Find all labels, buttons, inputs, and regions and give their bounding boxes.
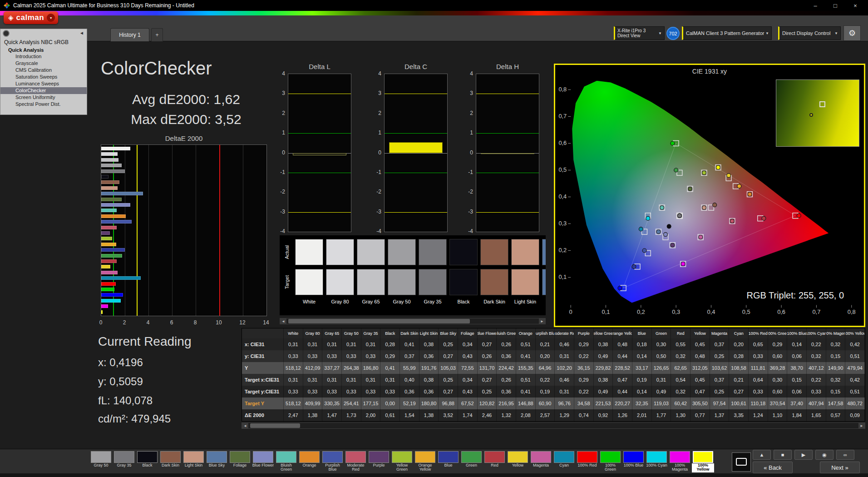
table-scrollbar[interactable]: ◄ ► (242, 422, 865, 429)
sidebar-item-grayscale[interactable]: Grayscale (0, 60, 87, 67)
play-button[interactable]: ▶ (794, 450, 813, 460)
table-cell: 72,55 (458, 362, 478, 374)
logo-menu-caret-icon[interactable]: ▼ (47, 14, 55, 22)
table-cell: 0,31 (284, 338, 303, 350)
pattern-swatch-100-blue[interactable]: 100% Blue (622, 450, 645, 472)
delta-h-title: Delta H (476, 63, 539, 70)
pattern-swatch-cyan[interactable]: Cyan (553, 450, 575, 472)
pattern-swatch-moderate-red[interactable]: Moderate Red (345, 450, 367, 472)
deltae-bar-orange (101, 214, 126, 218)
tab-history-1[interactable]: History 1 (110, 28, 149, 41)
calman-logo-button[interactable]: ◈ calman ▼ (4, 11, 58, 24)
pattern-swatch-light-skin[interactable]: Light Skin (182, 450, 205, 472)
deltae-bar-black (101, 175, 108, 179)
add-tab-button[interactable]: + (151, 28, 163, 41)
stop-button[interactable]: ■ (774, 450, 792, 460)
scrollbar-track[interactable] (248, 423, 858, 428)
deltae-bar-cyan (101, 276, 141, 280)
table-cell: 0,77 (690, 409, 710, 421)
deltae-bar-purplish-blue (101, 220, 132, 224)
pattern-swatch-bluish-green[interactable]: Bluish Green (275, 450, 297, 472)
pattern-swatch-blue[interactable]: Blue (437, 450, 459, 472)
continuous-button[interactable]: ∞ (836, 450, 854, 460)
pattern-swatch-orange[interactable]: Orange (298, 450, 321, 472)
scroll-left-icon[interactable]: ◄ (280, 318, 286, 324)
cie-measured-point (702, 171, 706, 175)
table-cell: 2,00 (361, 409, 381, 421)
display-control-dropdown[interactable]: Direct Display Control ▼ (778, 26, 841, 40)
cie-measured-point (716, 165, 720, 169)
pattern-generator-dropdown[interactable]: CalMAN Client 3 Pattern Generator ▼ (682, 26, 772, 40)
table-cell: 0,34 (458, 338, 478, 350)
pattern-swatch-orange-yellow[interactable]: Orange Yellow (414, 450, 436, 472)
cie-measured-point (762, 216, 766, 220)
pattern-swatch-gray-35[interactable]: Gray 35 (113, 450, 135, 472)
pattern-swatch-purple[interactable]: Purple (368, 450, 390, 472)
pattern-swatch-100-red[interactable]: 100% Red (576, 450, 598, 472)
pattern-swatch-yellow[interactable]: Yellow (507, 450, 529, 472)
sidebar-item-saturation-sweeps[interactable]: Saturation Sweeps (0, 74, 87, 80)
scroll-right-icon[interactable]: ► (858, 423, 865, 428)
tree-root-quick-analysis[interactable]: Quick Analysis (0, 47, 87, 53)
up-button[interactable]: ▲ (753, 450, 771, 460)
sidebar-item-screen-uniformity[interactable]: Screen Uniformity (0, 94, 87, 101)
sidebar-item-luminance-sweeps[interactable]: Luminance Sweeps (0, 80, 87, 87)
pattern-swatch-red[interactable]: Red (483, 450, 506, 472)
next-button[interactable]: Next » (820, 462, 860, 473)
scrollbar-thumb[interactable] (288, 319, 470, 323)
sidebar-item-cms-calibration[interactable]: CMS Calibration (0, 67, 87, 74)
pattern-label: 100% Green (599, 463, 621, 472)
pattern-swatch-black[interactable]: Black (136, 450, 158, 472)
table-cell: 479,94 (845, 362, 865, 374)
pattern-swatch-100-green[interactable]: 100% Green (599, 450, 621, 472)
y-tick-label: 2 (463, 110, 473, 116)
workflow-menu-button[interactable] (3, 30, 10, 37)
table-cell: 0,28 (729, 350, 749, 362)
scrollbar-thumb[interactable] (250, 423, 300, 428)
pattern-swatch-dark-skin[interactable]: Dark Skin (159, 450, 182, 472)
table-cell: 0,33 (361, 386, 381, 398)
table-cell: 1,24 (749, 409, 768, 421)
sidebar-item-spectral-power-dist-[interactable]: Spectral Power Dist. (0, 101, 87, 108)
pattern-label: Gray 35 (117, 463, 131, 472)
swatch-scrollbar[interactable]: ◄ ► (280, 318, 546, 324)
pattern-swatch-100-cyan[interactable]: 100% Cyan (646, 450, 668, 472)
pattern-swatch-blue-sky[interactable]: Blue Sky (206, 450, 228, 472)
maximize-button[interactable]: □ (825, 0, 845, 11)
row-header: y: CIE31 (242, 350, 284, 362)
row-header: Target Y (242, 398, 284, 409)
pattern-window-button[interactable] (732, 452, 751, 472)
pattern-swatch-magenta[interactable]: Magenta (530, 450, 552, 472)
table-cell: 0,18 (632, 338, 652, 350)
scrollbar-track[interactable] (286, 318, 539, 324)
meter-dropdown[interactable]: X-Rite i1Pro 3 Direct View ▼ (614, 26, 665, 40)
pattern-swatch-foliage[interactable]: Foliage (229, 450, 251, 472)
pattern-swatch-blue-flower[interactable]: Blue Flower (252, 450, 274, 472)
reference-line (476, 94, 539, 94)
settings-gear-button[interactable]: ⚙ (843, 25, 861, 41)
table-cell: 1,84 (787, 409, 807, 421)
table-cell: 0,51 (845, 350, 865, 362)
scroll-right-icon[interactable]: ► (539, 318, 545, 324)
sidebar-item-introduction[interactable]: Introduction (0, 53, 87, 60)
meter-count-badge[interactable]: 702 (666, 27, 680, 40)
scroll-left-icon[interactable]: ◄ (242, 423, 248, 428)
capture-button[interactable]: ◉ (815, 450, 833, 460)
workflow-sidebar: ◄ Quick Analysis NBC sRGB Quick Analysis… (0, 29, 87, 115)
pattern-swatch-yellow-green[interactable]: Yellow Green (391, 450, 413, 472)
sidebar-collapse-button[interactable]: ◄ (79, 30, 84, 35)
minimize-button[interactable]: – (805, 0, 825, 11)
table-cell: 2,01 (632, 409, 652, 421)
pattern-swatch-100-magenta[interactable]: 100% Magenta (669, 450, 691, 472)
back-button[interactable]: « Back (753, 462, 793, 473)
pattern-color-block (438, 451, 459, 463)
table-cell: 0,15 (826, 386, 846, 398)
sidebar-item-colorchecker[interactable]: ColorChecker (0, 87, 87, 94)
y-tick-label: 3 (371, 90, 381, 96)
rgb-triplet-readout: RGB Triplet: 255, 255, 0 (746, 290, 844, 301)
pattern-swatch-gray-50[interactable]: Gray 50 (90, 450, 112, 472)
pattern-swatch-purplish-blue[interactable]: Purplish Blue (321, 450, 344, 472)
close-button[interactable]: × (845, 0, 865, 11)
pattern-swatch-green[interactable]: Green (460, 450, 483, 472)
pattern-swatch-100-yellow[interactable]: 100% Yellow (692, 450, 714, 472)
